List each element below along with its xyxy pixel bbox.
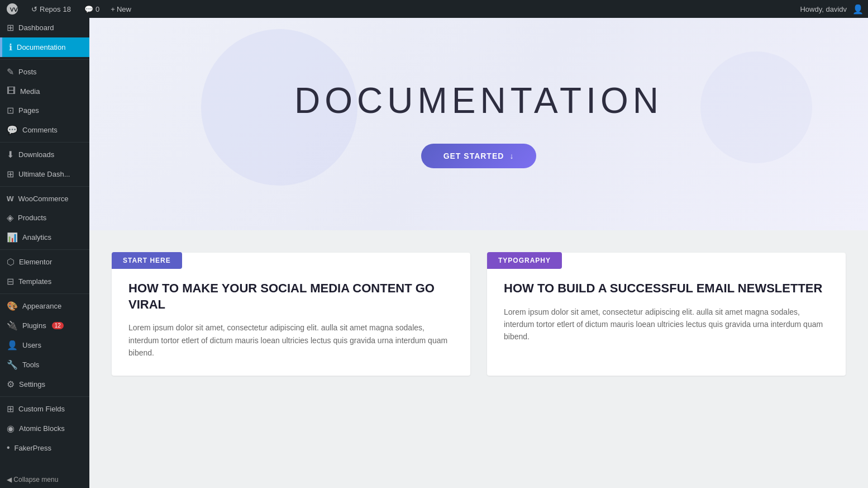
hero-bg-circle-2 <box>700 51 812 163</box>
sidebar-label-media: Media <box>20 87 40 96</box>
sidebar-item-elementor[interactable]: ⬡ Elementor <box>0 252 89 272</box>
sidebar-item-ultimate[interactable]: ⊞ Ultimate Dash... <box>0 164 89 184</box>
cards-section: START HERE HOW TO MAKE YOUR SOCIAL MEDIA… <box>89 230 868 398</box>
dashboard-icon <box>7 22 14 33</box>
sidebar-item-analytics[interactable]: 📊 Analytics <box>0 228 89 247</box>
card-tag-0: START HERE <box>112 252 182 269</box>
sidebar-item-atomic[interactable]: ◉ Atomic Blocks <box>0 419 89 438</box>
sidebar-label-pages: Pages <box>18 106 39 115</box>
sidebar-label-tools: Tools <box>22 361 39 369</box>
sidebar-sep-2 <box>0 142 89 143</box>
sidebar-label-analytics: Analytics <box>22 233 51 241</box>
sidebar-label-atomic: Atomic Blocks <box>19 424 65 433</box>
hero-title: DOCUMENTATION <box>294 80 663 121</box>
main-content: DOCUMENTATION GET STARTED ↓ START HERE H… <box>89 18 868 488</box>
sidebar-label-fakerpress: FakerPress <box>15 444 51 452</box>
templates-icon: ⊟ <box>7 276 14 287</box>
comments-count: 0 <box>96 5 99 13</box>
sidebar-label-customfields: Custom Fields <box>18 405 65 413</box>
arrow-icon: ↓ <box>509 151 514 160</box>
new-item[interactable]: + New <box>111 5 131 13</box>
products-icon: ◈ <box>7 212 13 223</box>
sidebar-item-plugins[interactable]: 🔌 Plugins 12 <box>0 316 89 335</box>
docs-icon: ℹ <box>9 42 12 53</box>
hero-section: DOCUMENTATION GET STARTED ↓ <box>89 18 868 230</box>
posts-icon: ✎ <box>7 67 14 77</box>
customfields-icon: ⊞ <box>7 404 14 414</box>
plugins-badge: 12 <box>52 322 64 329</box>
sidebar-label-woocommerce: WooCommerce <box>18 195 68 203</box>
collapse-icon: ◀ <box>7 476 12 484</box>
new-label: New <box>117 5 131 13</box>
collapse-label: Collapse menu <box>13 476 58 484</box>
card-text-1: Lorem ipsum dolor sit amet, consectetur … <box>504 306 829 343</box>
card-tag-1: TYPOGRAPHY <box>487 252 562 269</box>
sidebar-item-dashboard[interactable]: Dashboard <box>0 18 89 37</box>
sidebar-sep-4 <box>0 249 89 250</box>
users-icon: 👤 <box>7 340 18 350</box>
sidebar-sep-3 <box>0 186 89 187</box>
atomic-icon: ◉ <box>7 423 15 434</box>
sidebar: Dashboard ℹ Documentation ✎ Posts 🎞 Medi… <box>0 18 89 488</box>
sidebar-sep-5 <box>0 293 89 294</box>
repos-label: Repos <box>40 5 61 13</box>
sidebar-item-media[interactable]: 🎞 Media <box>0 82 89 101</box>
avatar-icon: 👤 <box>852 4 864 15</box>
sidebar-item-settings[interactable]: ⚙ Settings <box>0 375 89 394</box>
sidebar-label-appearance: Appearance <box>22 302 61 310</box>
sidebar-label-products: Products <box>18 214 46 222</box>
repos-icon: ↺ <box>31 5 37 13</box>
appearance-icon: 🎨 <box>7 301 18 311</box>
get-started-button[interactable]: GET STARTED ↓ <box>421 144 537 168</box>
sidebar-item-fakerpress[interactable]: • FakerPress <box>0 438 89 457</box>
tools-icon: 🔧 <box>7 359 18 370</box>
sidebar-item-pages[interactable]: ⊡ Pages <box>0 101 89 120</box>
sidebar-item-appearance[interactable]: 🎨 Appearance <box>0 296 89 316</box>
sidebar-item-templates[interactable]: ⊟ Templates <box>0 272 89 291</box>
sidebar-item-documentation[interactable]: ℹ Documentation <box>0 37 89 57</box>
sidebar-label-posts: Posts <box>18 68 37 76</box>
card-typography: TYPOGRAPHY HOW TO BUILD A SUCCESSFUL EMA… <box>487 253 846 376</box>
plus-icon: + <box>111 5 115 13</box>
analytics-icon: 📊 <box>7 232 18 243</box>
comment-icon: 💬 <box>84 5 93 13</box>
woo-icon: w <box>7 193 13 203</box>
get-started-label: GET STARTED <box>443 151 504 160</box>
collapse-menu-button[interactable]: ◀ Collapse menu <box>0 471 89 488</box>
sidebar-label-documentation: Documentation <box>17 43 65 51</box>
sidebar-label-elementor: Elementor <box>19 258 52 266</box>
sidebar-label-users: Users <box>22 341 41 349</box>
sidebar-item-downloads[interactable]: ⬇ Downloads <box>0 145 89 164</box>
wp-logo-item[interactable] <box>4 3 20 15</box>
sidebar-label-ultimate: Ultimate Dash... <box>18 170 70 178</box>
comments-sidebar-icon: 💬 <box>7 125 18 135</box>
repos-item[interactable]: ↺ Repos 18 <box>29 5 73 13</box>
sidebar-item-customfields[interactable]: ⊞ Custom Fields <box>0 399 89 419</box>
pages-icon: ⊡ <box>7 105 14 116</box>
ultimate-icon: ⊞ <box>7 169 14 179</box>
howdy-text: Howdy, davidv <box>800 5 847 13</box>
sidebar-label-dashboard: Dashboard <box>18 23 54 32</box>
card-start-here: START HERE HOW TO MAKE YOUR SOCIAL MEDIA… <box>112 253 470 376</box>
downloads-icon: ⬇ <box>7 149 14 160</box>
elementor-icon: ⬡ <box>7 257 15 267</box>
sidebar-label-templates: Templates <box>18 277 51 286</box>
sidebar-item-users[interactable]: 👤 Users <box>0 335 89 355</box>
sidebar-label-plugins: Plugins <box>22 321 46 330</box>
card-title-1: HOW TO BUILD A SUCCESSFUL EMAIL NEWSLETT… <box>504 281 829 297</box>
sidebar-item-tools[interactable]: 🔧 Tools <box>0 355 89 375</box>
media-icon: 🎞 <box>7 86 16 96</box>
sidebar-item-posts[interactable]: ✎ Posts <box>0 62 89 82</box>
sidebar-item-products[interactable]: ◈ Products <box>0 208 89 228</box>
card-title-0: HOW TO MAKE YOUR SOCIAL MEDIA CONTENT GO… <box>128 281 454 312</box>
sidebar-item-woocommerce[interactable]: w WooCommerce <box>0 189 89 208</box>
sidebar-label-downloads: Downloads <box>18 150 54 159</box>
card-text-0: Lorem ipsum dolor sit amet, consectetur … <box>128 321 454 359</box>
fakerpress-icon: • <box>7 443 10 453</box>
plugins-icon: 🔌 <box>7 320 18 331</box>
sidebar-label-comments: Comments <box>22 126 58 134</box>
comments-item[interactable]: 💬 0 <box>82 5 102 13</box>
sidebar-sep-6 <box>0 396 89 397</box>
repos-count: 18 <box>63 5 71 13</box>
sidebar-item-comments[interactable]: 💬 Comments <box>0 120 89 140</box>
